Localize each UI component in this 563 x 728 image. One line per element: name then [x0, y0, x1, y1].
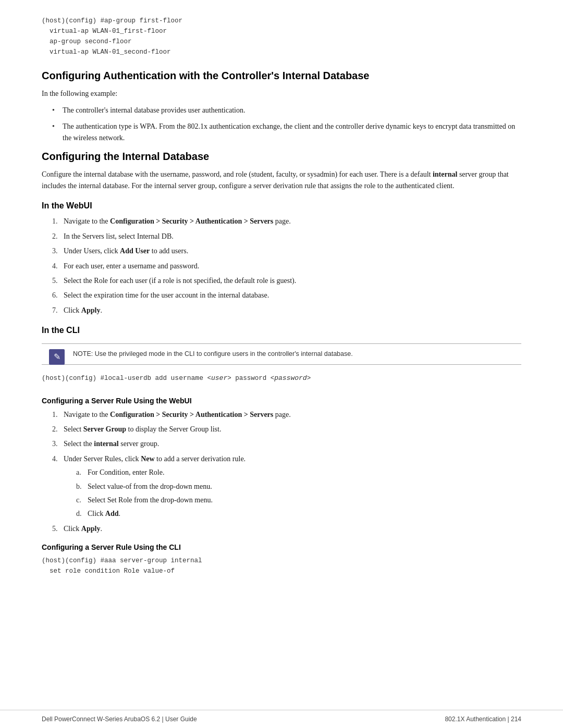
server-rule-cli-code: (host)(config) #aaa server-group interna…: [42, 556, 521, 576]
bullet-item: The controller's internal database provi…: [52, 105, 521, 116]
section-server-rule: Configuring a Server Rule Using the WebU…: [42, 397, 521, 577]
webui-step: Select the expiration time for the user …: [52, 290, 521, 301]
note-icon: [49, 349, 65, 365]
server-rule-step: Under Server Rules, click New to add a s…: [52, 453, 521, 520]
section-configure-internal-db: Configuring the Internal Database Config…: [42, 151, 521, 384]
content-area: (host)(config) #ap-group first-floor vir…: [0, 0, 563, 710]
page: (host)(config) #ap-group first-floor vir…: [0, 0, 563, 728]
server-rule-substep: Select Set Role from the drop-down menu.: [76, 495, 521, 506]
server-rule-step: Click Apply.: [52, 523, 521, 535]
section2-title: Configuring the Internal Database: [42, 151, 521, 163]
server-rule-substep: Click Add.: [76, 508, 521, 520]
bold-new: New: [141, 455, 154, 463]
bold-internal2: internal: [94, 440, 118, 448]
section1-title: Configuring Authentication with the Cont…: [42, 70, 521, 82]
cli-code-block: (host)(config) #local-userdb add usernam…: [42, 373, 521, 384]
server-rule-substep: For Condition, enter Role.: [76, 467, 521, 478]
server-rule-step: Navigate to the Configuration > Security…: [52, 409, 521, 421]
server-rule-webui-title: Configuring a Server Rule Using the WebU…: [42, 397, 521, 405]
webui-step: Navigate to the Configuration > Security…: [52, 216, 521, 227]
bold-add: Add: [105, 510, 119, 517]
cli-title: In the CLI: [42, 326, 521, 335]
webui-steps-list: Navigate to the Configuration > Security…: [42, 216, 521, 316]
server-rule-cli-title: Configuring a Server Rule Using the CLI: [42, 543, 521, 551]
note-box: NOTE: Use the privileged mode in the CLI…: [42, 343, 521, 365]
top-code-block: (host)(config) #ap-group first-floor vir…: [42, 16, 521, 57]
webui-step: Click Apply.: [52, 305, 521, 316]
note-text: NOTE: Use the privileged mode in the CLI…: [73, 350, 353, 357]
server-rule-substeps: For Condition, enter Role. Select value-…: [64, 467, 521, 520]
webui-step: Under Users, click Add User to add users…: [52, 245, 521, 257]
bold-adduser: Add User: [120, 247, 150, 255]
bold-servergroup: Server Group: [83, 425, 126, 433]
bold-apply2: Apply: [81, 525, 101, 533]
server-rule-substep: Select value-of from the drop-down menu.: [76, 481, 521, 492]
footer-right: 802.1X Authentication | 214: [445, 715, 521, 723]
bold-apply: Apply: [81, 306, 101, 314]
server-rule-step: Select the internal server group.: [52, 438, 521, 450]
bullet-item: The authentication type is WPA. From the…: [52, 121, 521, 144]
webui-step: Select the Role for each user (if a role…: [52, 275, 521, 287]
page-footer: Dell PowerConnect W-Series ArubaOS 6.2 |…: [0, 710, 563, 728]
server-rule-webui-steps: Navigate to the Configuration > Security…: [42, 409, 521, 535]
section1-intro: In the following example:: [42, 88, 521, 100]
webui-step: In the Servers list, select Internal DB.: [52, 231, 521, 242]
bold-config: Configuration > Security > Authenticatio…: [110, 217, 273, 225]
webui-title: In the WebUI: [42, 201, 521, 211]
section2-intro: Configure the internal database with the…: [42, 169, 521, 192]
footer-left: Dell PowerConnect W-Series ArubaOS 6.2 |…: [42, 715, 197, 723]
bold-config2: Configuration > Security > Authenticatio…: [110, 411, 273, 418]
server-rule-step: Select Server Group to display the Serve…: [52, 424, 521, 435]
webui-step: For each user, enter a username and pass…: [52, 261, 521, 272]
bold-internal: internal: [433, 170, 457, 178]
section1-bullets: The controller's internal database provi…: [42, 105, 521, 144]
section-auth-internal-db: Configuring Authentication with the Cont…: [42, 70, 521, 144]
